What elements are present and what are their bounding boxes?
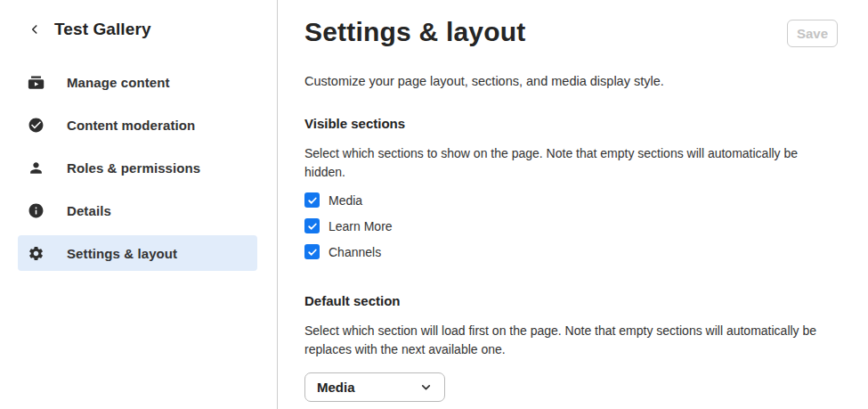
main-content: Settings & layout Save Customize your pa… (278, 0, 868, 409)
default-section-title: Default section (304, 293, 838, 308)
sidebar-item-label: Details (67, 203, 111, 218)
sidebar-item-roles-permissions[interactable]: Roles & permissions (18, 146, 257, 189)
settings-layout-page: Test Gallery Manage content Content mode… (0, 0, 868, 409)
check-circle-icon (27, 116, 45, 134)
checkbox-label: Channels (329, 245, 381, 259)
visible-sections-section: Visible sections Select which sections t… (304, 116, 838, 259)
sidebar-item-content-moderation[interactable]: Content moderation (18, 103, 257, 146)
checkbox-channels[interactable]: Channels (304, 244, 838, 259)
save-button[interactable]: Save (787, 20, 838, 47)
default-section-description: Select which section will load first on … (304, 322, 838, 359)
sidebar-item-label: Content moderation (67, 118, 195, 133)
page-header: Settings & layout Save (304, 16, 838, 48)
page-title: Settings & layout (304, 16, 525, 48)
chevron-down-icon (419, 380, 433, 394)
checkbox-learn-more[interactable]: Learn More (304, 218, 838, 233)
video-library-icon (27, 73, 45, 91)
page-subtitle: Customize your page layout, sections, an… (304, 74, 838, 88)
sidebar-item-label: Manage content (67, 75, 170, 90)
select-value: Media (317, 380, 355, 395)
visible-sections-description: Select which sections to show on the pag… (304, 144, 838, 182)
gallery-title: Test Gallery (54, 20, 151, 39)
sidebar: Test Gallery Manage content Content mode… (0, 0, 278, 409)
checkbox-media[interactable]: Media (304, 192, 838, 208)
sidebar-item-settings-layout[interactable]: Settings & layout (18, 235, 257, 271)
sidebar-item-manage-content[interactable]: Manage content (18, 61, 257, 103)
checkbox-label: Media (329, 193, 362, 208)
gear-icon (27, 244, 45, 262)
back-button[interactable]: Test Gallery (0, 20, 277, 39)
info-icon (27, 201, 45, 219)
sidebar-item-label: Settings & layout (67, 246, 177, 261)
default-section-section: Default section Select which section wil… (304, 293, 838, 402)
checkbox-checked-icon (304, 244, 320, 259)
checkbox-checked-icon (304, 218, 320, 233)
sidebar-menu: Manage content Content moderation Roles … (0, 61, 277, 271)
visible-sections-title: Visible sections (304, 116, 838, 131)
chevron-left-icon (28, 20, 41, 38)
sidebar-item-details[interactable]: Details (18, 189, 257, 232)
person-icon (27, 159, 45, 176)
default-section-select[interactable]: Media (304, 372, 445, 402)
checkbox-checked-icon (304, 192, 320, 208)
sidebar-item-label: Roles & permissions (67, 160, 200, 176)
checkbox-label: Learn More (329, 219, 393, 233)
